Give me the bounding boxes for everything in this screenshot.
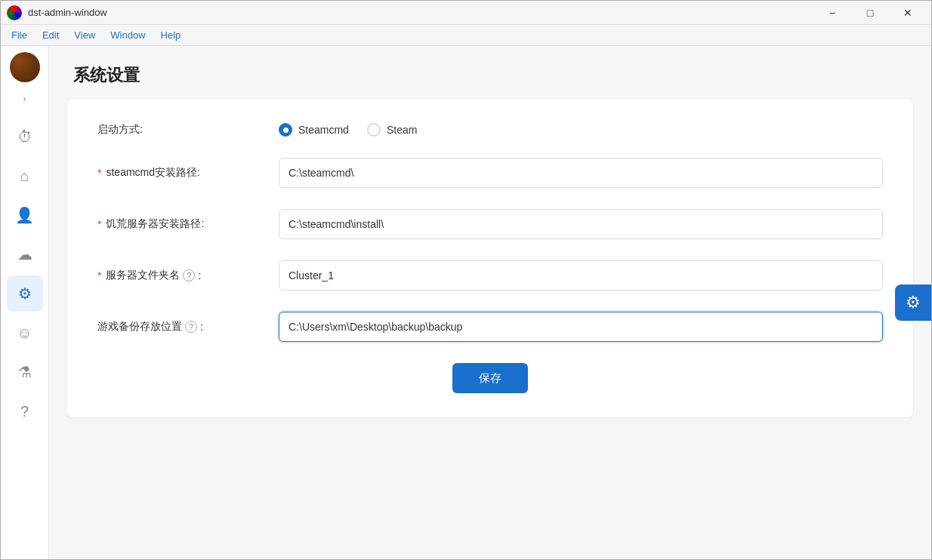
sidebar: › ⏱ ⌂ 👤 ☁ ⚙ ☺ ⚗ ? bbox=[1, 46, 49, 559]
help-circle-icon: ? bbox=[20, 403, 29, 420]
main-layout: › ⏱ ⌂ 👤 ☁ ⚙ ☺ ⚗ ? bbox=[1, 46, 931, 559]
menu-bar: File Edit View Window Help bbox=[1, 25, 931, 46]
maximize-button[interactable]: □ bbox=[853, 2, 887, 23]
menu-edit[interactable]: Edit bbox=[35, 26, 66, 44]
menu-view[interactable]: View bbox=[66, 26, 103, 44]
menu-window[interactable]: Window bbox=[103, 26, 153, 44]
launch-mode-label: 启动方式: bbox=[97, 123, 279, 137]
floating-settings-button[interactable]: ⚙ bbox=[895, 285, 931, 321]
save-button-row: 保存 bbox=[97, 363, 883, 393]
settings-icon: ⚙ bbox=[18, 285, 32, 303]
backup-path-input[interactable] bbox=[279, 312, 883, 342]
steamcmd-radio-circle[interactable] bbox=[279, 123, 292, 137]
users-icon: 👤 bbox=[15, 206, 34, 224]
steamcmd-radio-option[interactable]: Steamcmd bbox=[279, 123, 349, 137]
minimize-button[interactable]: − bbox=[815, 2, 850, 23]
server-folder-help-icon[interactable]: ? bbox=[183, 269, 195, 282]
title-bar: dst-admin-window − □ ✕ bbox=[1, 1, 931, 25]
menu-help[interactable]: Help bbox=[153, 26, 189, 44]
launch-mode-row: 启动方式: Steamcmd Steam bbox=[97, 123, 883, 137]
steamcmd-radio-label: Steamcmd bbox=[298, 124, 349, 136]
emoji-icon: ☺ bbox=[17, 325, 32, 342]
server-folder-input[interactable] bbox=[279, 260, 883, 291]
launch-mode-radio-group: Steamcmd Steam bbox=[279, 123, 417, 137]
menu-file[interactable]: File bbox=[4, 26, 35, 44]
sidebar-item-settings[interactable]: ⚙ bbox=[7, 275, 43, 312]
save-button[interactable]: 保存 bbox=[452, 363, 528, 393]
sidebar-collapse-button[interactable]: › bbox=[14, 88, 35, 109]
steamcmd-path-label: * steamcmd安装路径: bbox=[97, 166, 279, 180]
backup-path-row: 游戏备份存放位置 ? : bbox=[97, 312, 883, 342]
app-icon bbox=[7, 5, 22, 20]
steam-radio-circle[interactable] bbox=[367, 123, 381, 137]
content-area: 系统设置 启动方式: Steamcmd Steam bbox=[49, 46, 931, 559]
window-controls: − □ ✕ bbox=[815, 2, 925, 23]
server-install-row: * 饥荒服务器安装路径: bbox=[97, 209, 883, 239]
cloud-icon: ☁ bbox=[17, 245, 32, 263]
steamcmd-path-input[interactable] bbox=[279, 158, 883, 188]
sidebar-item-clock[interactable]: ⏱ bbox=[7, 118, 43, 155]
close-button[interactable]: ✕ bbox=[890, 2, 925, 23]
sidebar-item-help[interactable]: ? bbox=[7, 393, 43, 429]
backup-path-label: 游戏备份存放位置 ? : bbox=[97, 320, 279, 334]
flask-icon: ⚗ bbox=[18, 363, 32, 381]
server-folder-label: * 服务器文件夹名 ? : bbox=[97, 269, 279, 282]
avatar[interactable] bbox=[10, 52, 40, 82]
server-install-input[interactable] bbox=[279, 209, 883, 239]
main-window: dst-admin-window − □ ✕ File Edit View Wi… bbox=[0, 0, 932, 560]
floating-settings-icon: ⚙ bbox=[906, 293, 921, 312]
steamcmd-path-row: * steamcmd安装路径: bbox=[97, 158, 883, 188]
settings-card: 启动方式: Steamcmd Steam bbox=[67, 99, 913, 417]
window-title: dst-admin-window bbox=[28, 7, 815, 18]
steam-radio-option[interactable]: Steam bbox=[367, 123, 417, 137]
page-title: 系统设置 bbox=[73, 64, 907, 87]
sidebar-item-cloud[interactable]: ☁ bbox=[7, 236, 43, 272]
home-icon: ⌂ bbox=[20, 168, 29, 185]
page-header: 系统设置 bbox=[49, 46, 931, 99]
sidebar-item-flask[interactable]: ⚗ bbox=[7, 354, 43, 390]
sidebar-item-home[interactable]: ⌂ bbox=[7, 158, 43, 194]
clock-icon: ⏱ bbox=[17, 128, 32, 146]
steam-radio-label: Steam bbox=[387, 124, 417, 136]
sidebar-item-users[interactable]: 👤 bbox=[7, 197, 43, 233]
backup-path-help-icon[interactable]: ? bbox=[185, 321, 197, 333]
sidebar-item-emoji[interactable]: ☺ bbox=[7, 315, 43, 351]
server-install-label: * 饥荒服务器安装路径: bbox=[97, 217, 279, 231]
server-folder-row: * 服务器文件夹名 ? : bbox=[97, 260, 883, 291]
